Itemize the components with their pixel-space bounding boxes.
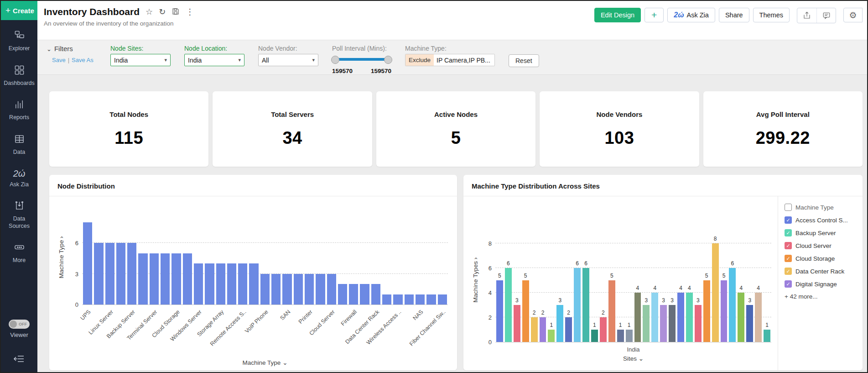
bar[interactable] [755, 293, 762, 342]
sidebar-item-more[interactable]: More [1, 242, 37, 264]
x-tick-label[interactable]: UPS [79, 309, 92, 321]
sidebar-item-ask-zia[interactable]: 2ώ Ask Zia [1, 168, 37, 189]
bar[interactable] [626, 330, 633, 342]
bar[interactable] [205, 263, 214, 305]
bar[interactable] [556, 305, 563, 342]
legend-checkbox-checked[interactable]: ✓ [785, 216, 792, 224]
bar[interactable] [582, 268, 589, 342]
bar[interactable] [416, 294, 425, 305]
x-tick-label[interactable]: Firewall [340, 309, 358, 327]
legend-more-link[interactable]: + 42 more... [785, 293, 859, 300]
bar[interactable] [138, 253, 147, 305]
bar[interactable] [591, 330, 598, 342]
bar[interactable] [116, 243, 125, 305]
bar[interactable] [282, 274, 291, 305]
bar[interactable] [695, 305, 702, 342]
node-location-select[interactable]: India▾ [184, 54, 244, 66]
settings-gear-icon[interactable]: ⚙ [843, 8, 863, 22]
bar[interactable] [540, 317, 546, 342]
bar[interactable] [127, 243, 136, 305]
bar[interactable] [382, 294, 391, 305]
bar[interactable] [172, 253, 181, 305]
bar[interactable] [496, 280, 503, 342]
kebab-menu-icon[interactable]: ⋮ [186, 8, 194, 16]
bar[interactable] [677, 293, 684, 342]
x-axis-label[interactable]: Machine Type ⌄ [82, 359, 448, 366]
save-link[interactable]: Save [52, 57, 66, 63]
bar[interactable] [316, 274, 325, 305]
x-axis-label[interactable]: Sites ⌄ [495, 355, 771, 362]
y-axis-label[interactable]: Machine Types › [472, 257, 479, 303]
viewer-toggle[interactable]: OFF [9, 320, 30, 329]
save-icon[interactable] [172, 7, 180, 17]
bar[interactable] [194, 263, 203, 305]
sidebar-item-explorer[interactable]: Explorer [1, 30, 37, 53]
bar[interactable] [260, 274, 270, 305]
bar[interactable] [712, 243, 719, 342]
bar[interactable] [216, 263, 225, 305]
bar[interactable] [634, 293, 641, 342]
bar[interactable] [565, 317, 572, 342]
sidebar-item-data-sources[interactable]: Data Sources [1, 200, 37, 230]
legend-checkbox-checked[interactable]: ✓ [785, 255, 792, 262]
bar[interactable] [371, 284, 380, 305]
legend-item[interactable]: ✓Backup Server [785, 229, 859, 236]
bar[interactable] [522, 280, 529, 342]
bar[interactable] [608, 280, 615, 342]
bar[interactable] [360, 284, 369, 305]
bar[interactable] [438, 294, 447, 305]
bar[interactable] [764, 330, 770, 342]
machine-type-filter-input[interactable]: Exclude IP Camera,IP PB... [405, 54, 495, 66]
bar[interactable] [686, 293, 693, 342]
bar[interactable] [703, 280, 710, 342]
sidebar-item-dashboards[interactable]: Dashboards [1, 65, 37, 87]
bar[interactable] [531, 317, 538, 342]
sidebar-item-reports[interactable]: Reports [1, 99, 37, 121]
bar[interactable] [643, 305, 650, 342]
bar[interactable] [94, 243, 103, 305]
bar[interactable] [574, 268, 581, 342]
x-tick-label[interactable]: NAS [412, 309, 425, 321]
bar[interactable] [150, 253, 159, 305]
filters-collapse[interactable]: ⌄Filters [47, 45, 97, 53]
legend-item[interactable]: ✓Cloud Server [785, 242, 859, 249]
legend-item[interactable]: ✓Digital Signage [785, 280, 859, 288]
save-as-link[interactable]: Save As [72, 57, 94, 63]
bar[interactable] [83, 222, 92, 305]
x-tick-label[interactable]: Printer [297, 309, 314, 325]
create-button[interactable]: + Create [1, 1, 37, 20]
collapse-sidebar-button[interactable] [13, 354, 25, 366]
bar[interactable] [660, 305, 667, 342]
bar[interactable] [294, 274, 303, 305]
node-sites-select[interactable]: India▾ [110, 54, 171, 66]
bar[interactable] [238, 263, 247, 305]
legend-checkbox-checked[interactable]: ✓ [785, 242, 792, 249]
bar[interactable] [338, 284, 347, 305]
reset-button[interactable]: Reset [509, 54, 539, 67]
bar[interactable] [729, 268, 736, 342]
bar[interactable] [183, 253, 192, 305]
y-axis-label[interactable]: Machine Type › [58, 236, 65, 278]
bar[interactable] [651, 293, 658, 342]
slider-track[interactable] [332, 58, 391, 61]
add-button[interactable]: + [645, 8, 664, 22]
favorite-star-icon[interactable]: ☆ [146, 8, 153, 16]
legend-item[interactable]: ✓Access Control S... [785, 216, 859, 224]
legend-checkbox-checked[interactable]: ✓ [785, 229, 792, 236]
poll-interval-slider[interactable] [332, 54, 391, 65]
export-button[interactable] [797, 8, 816, 23]
ask-zia-button[interactable]: 2ώAsk Zia [667, 8, 715, 22]
refresh-icon[interactable]: ↻ [159, 8, 166, 16]
node-vendor-select[interactable]: All▾ [258, 54, 318, 66]
bar[interactable] [271, 274, 281, 305]
x-tick-label[interactable]: VoIP Phone [244, 309, 269, 334]
bar[interactable] [393, 294, 402, 305]
sidebar-item-data[interactable]: Data [1, 134, 37, 156]
bar[interactable] [669, 305, 676, 342]
bar[interactable] [746, 305, 753, 342]
bar[interactable] [505, 268, 512, 342]
bar[interactable] [426, 294, 436, 305]
bar[interactable] [738, 293, 744, 342]
bar[interactable] [105, 243, 114, 305]
bar[interactable] [161, 253, 170, 305]
